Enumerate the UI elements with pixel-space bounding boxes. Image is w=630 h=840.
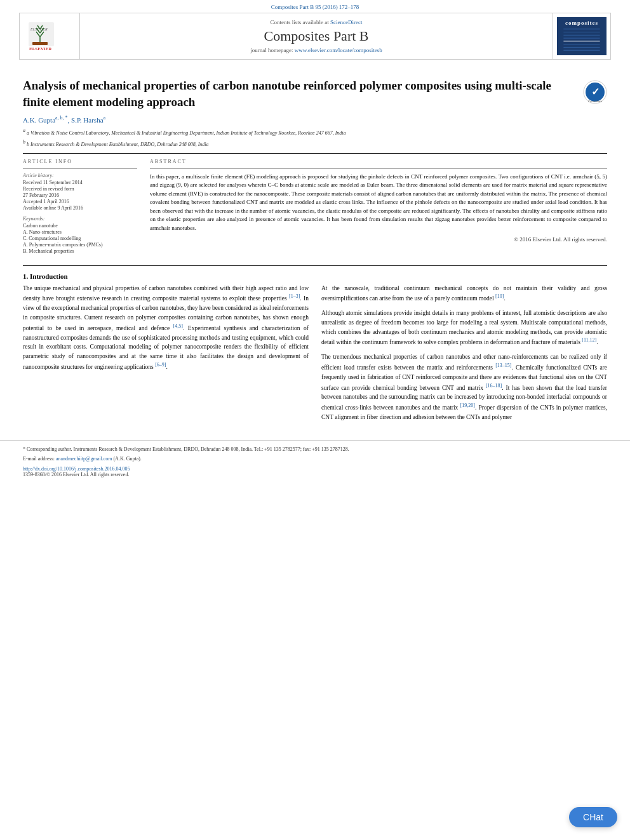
email-link[interactable]: anandmechiitр@gmail.com — [56, 456, 113, 462]
svg-text:ELSEVIER: ELSEVIER — [29, 46, 52, 51]
received-date: Received 11 September 2014 — [23, 180, 137, 185]
keyword-3: A. Polymer-matrix composites (PMCs) — [23, 242, 137, 248]
footer: * Corresponding author. Instruments Rese… — [0, 440, 630, 481]
abstract-col: ABSTRACT In this paper, a multiscale fin… — [150, 159, 607, 259]
intro-para-2: At the nanoscale, traditional continuum … — [321, 284, 607, 304]
svg-rect-4 — [561, 26, 603, 53]
accepted-date: Accepted 1 April 2016 — [23, 199, 137, 204]
divider-abstract — [150, 168, 607, 169]
divider-top — [23, 153, 607, 154]
doi-line: http://dx.doi.org/10.1016/j.compositesb.… — [23, 465, 607, 472]
ref-6-9: [6–9] — [155, 362, 166, 368]
history-title: Article history: — [23, 173, 137, 178]
paper-title-section: Analysis of mechanical properties of car… — [23, 77, 607, 148]
composites-logo-icon: composites — [557, 17, 607, 55]
intro-para-1: The unique mechanical and physical prope… — [23, 284, 309, 372]
paper-title: Analysis of mechanical properties of car… — [23, 77, 575, 110]
email-note: E-mail address: anandmechiitр@gmail.com … — [23, 455, 607, 462]
contents-line: Contents lists available at ScienceDirec… — [271, 19, 363, 25]
sciencedirect-link[interactable]: ScienceDirect — [330, 19, 362, 25]
article-info-abstract-section: ARTICLE INFO Article history: Received 1… — [23, 159, 607, 259]
svg-rect-2 — [32, 42, 48, 45]
authors-line: A.K. Guptaa, b, *, S.P. Harshaa — [23, 115, 607, 124]
keywords-title: Keywords: — [23, 216, 137, 222]
body-content: 1. Introduction The unique mechanical an… — [0, 266, 630, 434]
homepage-url-link[interactable]: www.elsevier.com/locate/compositesb — [295, 47, 382, 53]
issn-line: 1359-8368/© 2016 Elsevier Ltd. All right… — [23, 472, 607, 477]
intro-heading: 1. Introduction — [23, 272, 607, 280]
svg-text:✓: ✓ — [591, 86, 600, 97]
intro-para-3: Although atomic simulations provide insi… — [321, 309, 607, 347]
journal-header: ELSEVIER ELSEVIER Contents lists availab… — [19, 13, 611, 60]
ref-13-15: [13–15] — [495, 363, 511, 368]
abstract-label: ABSTRACT — [150, 159, 607, 164]
keyword-1: A. Nano-structures — [23, 229, 137, 235]
journal-name: Composites Part B — [264, 28, 368, 44]
divider-article-info — [23, 168, 137, 169]
corresponding-note: * Corresponding author. Instruments Rese… — [23, 446, 607, 453]
crossmark-logo-icon: ✓ CrossMark — [583, 80, 607, 104]
article-info-label: ARTICLE INFO — [23, 159, 137, 164]
abstract-text: In this paper, a multiscale finite eleme… — [150, 173, 607, 233]
ref-1-3: [1–3] — [289, 293, 300, 299]
citation-text: Composites Part B 95 (2016) 172–178 — [271, 4, 359, 10]
ref-16-18: [16–18] — [486, 383, 502, 389]
composites-logo-area: composites — [553, 13, 610, 59]
intro-para-4: The tremendous mechanical properties of … — [321, 352, 607, 422]
intro-col-left: The unique mechanical and physical prope… — [23, 284, 309, 427]
doi-link[interactable]: http://dx.doi.org/10.1016/j.compositesb.… — [23, 466, 130, 472]
article-history-block: Article history: Received 11 September 2… — [23, 173, 137, 211]
citation-bar: Composites Part B 95 (2016) 172–178 — [0, 0, 630, 13]
keyword-4: B. Mechanical properties — [23, 248, 137, 254]
available-date: Available online 9 April 2016 — [23, 205, 137, 211]
ref-4-5: [4,5] — [173, 323, 183, 329]
keyword-2: C. Computational modelling — [23, 236, 137, 241]
keywords-block: Keywords: Carbon nanotube A. Nano-struct… — [23, 216, 137, 254]
intro-two-col: The unique mechanical and physical prope… — [23, 284, 607, 427]
chat-button[interactable]: CHat — [569, 807, 617, 827]
affiliation-b: b b Instruments Research & Development E… — [23, 138, 607, 148]
svg-text:CrossMark: CrossMark — [588, 100, 603, 103]
ref-19-20: [19,20] — [460, 403, 475, 408]
affiliation-a: a a Vibration & Noise Control Laboratory… — [23, 127, 607, 137]
elsevier-logo-area: ELSEVIER ELSEVIER — [20, 13, 79, 59]
intro-col-right: At the nanoscale, traditional continuum … — [321, 284, 607, 427]
copyright-line: © 2016 Elsevier Ltd. All rights reserved… — [150, 236, 607, 243]
revised-label: Received in revised form — [23, 186, 137, 192]
article-info-col: ARTICLE INFO Article history: Received 1… — [23, 159, 137, 259]
revised-date: 27 February 2016 — [23, 192, 137, 198]
journal-header-center: Contents lists available at ScienceDirec… — [79, 13, 553, 59]
main-content: Analysis of mechanical properties of car… — [0, 60, 630, 265]
ref-10: [10] — [495, 293, 504, 299]
ref-11-12: [11,12] — [582, 337, 596, 343]
page: Composites Part B 95 (2016) 172–178 ELSE… — [0, 0, 630, 840]
elsevier-logo-icon: ELSEVIER ELSEVIER — [27, 19, 72, 54]
keyword-0: Carbon nanotube — [23, 223, 137, 229]
journal-homepage: journal homepage: www.elsevier.com/locat… — [250, 47, 382, 53]
